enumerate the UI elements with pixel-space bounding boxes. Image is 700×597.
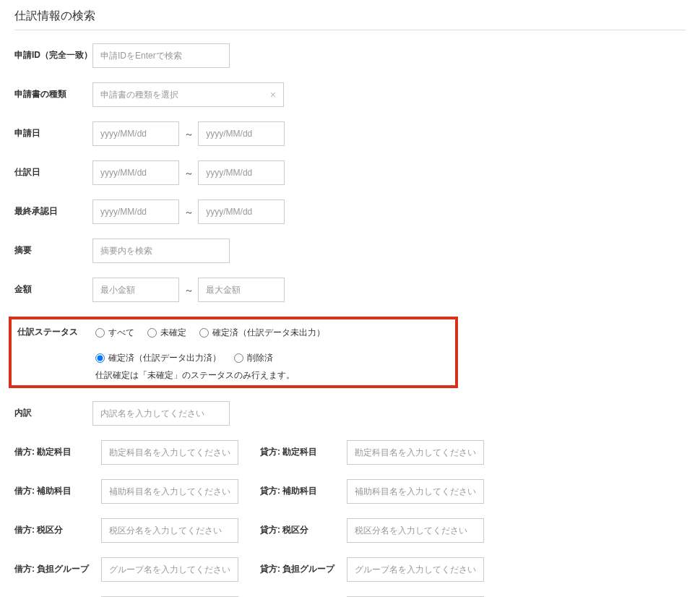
close-icon[interactable]: × (270, 89, 276, 100)
row-tax: 借方: 税区分 貸方: 税区分 (14, 518, 686, 543)
label-amount: 金額 (14, 278, 92, 296)
breakdown-input[interactable] (92, 401, 230, 426)
status-radio-deleted[interactable]: 削除済 (234, 352, 273, 364)
request-id-input[interactable] (92, 43, 230, 68)
request-type-placeholder: 申請書の種類を選択 (100, 89, 178, 101)
label-summary: 摘要 (14, 239, 92, 257)
debit-account-input[interactable] (101, 440, 238, 465)
status-radio-confirmed-exported-label: 確定済（仕訳データ出力済） (108, 352, 221, 364)
range-separator: ～ (184, 167, 194, 180)
row-subaccount: 借方: 補助科目 貸方: 補助科目 (14, 479, 686, 504)
final-approval-from-input[interactable] (92, 199, 179, 224)
label-credit-account: 貸方: 勘定科目 (260, 440, 347, 458)
debit-group-input[interactable] (101, 557, 238, 582)
amount-max-input[interactable] (198, 278, 285, 302)
request-type-select[interactable]: 申請書の種類を選択 × (92, 82, 284, 107)
journal-date-to-input[interactable] (198, 160, 285, 185)
status-radio-unconfirmed-input[interactable] (147, 328, 157, 338)
summary-input[interactable] (92, 239, 230, 263)
label-debit-subaccount: 借方: 補助科目 (14, 479, 101, 497)
label-final-approval-date: 最終承認日 (14, 199, 92, 218)
range-separator: ～ (184, 206, 194, 219)
final-approval-to-input[interactable] (198, 199, 285, 224)
range-separator: ～ (184, 284, 194, 297)
debit-subaccount-input[interactable] (101, 479, 238, 504)
credit-group-input[interactable] (347, 557, 484, 582)
status-radio-all-label: すべて (108, 327, 134, 339)
row-summary: 摘要 (14, 239, 686, 263)
label-credit-tax: 貸方: 税区分 (260, 518, 347, 536)
label-request-type: 申請書の種類 (14, 82, 92, 100)
status-radio-confirmed-exported-input[interactable] (95, 353, 105, 363)
row-account: 借方: 勘定科目 貸方: 勘定科目 (14, 440, 686, 465)
label-breakdown: 内訳 (14, 401, 92, 419)
journal-date-from-input[interactable] (92, 160, 179, 185)
status-radio-confirmed-not-exported-label: 確定済（仕訳データ未出力） (212, 327, 325, 339)
status-radio-all-input[interactable] (95, 328, 105, 338)
status-radio-confirmed-exported[interactable]: 確定済（仕訳データ出力済） (95, 352, 221, 364)
credit-tax-input[interactable] (347, 518, 484, 543)
row-group: 借方: 負担グループ 貸方: 負担グループ (14, 557, 686, 582)
credit-subaccount-input[interactable] (347, 479, 484, 504)
amount-min-input[interactable] (92, 278, 179, 302)
status-radio-unconfirmed[interactable]: 未確定 (147, 327, 186, 339)
label-debit-account: 借方: 勘定科目 (14, 440, 101, 458)
label-journal-date: 仕訳日 (14, 160, 92, 179)
status-radio-confirmed-not-exported[interactable]: 確定済（仕訳データ未出力） (199, 327, 325, 339)
row-journal-date: 仕訳日 ～ (14, 160, 686, 185)
credit-account-input[interactable] (347, 440, 484, 465)
status-highlight-box: 仕訳ステータス すべて 未確定 確定済（仕訳データ未出力） 確定済（仕訳データ出… (9, 317, 458, 388)
range-separator: ～ (184, 128, 194, 141)
row-breakdown: 内訳 (14, 401, 686, 426)
row-request-date: 申請日 ～ (14, 121, 686, 146)
label-status: 仕訳ステータス (17, 324, 95, 338)
label-credit-subaccount: 貸方: 補助科目 (260, 479, 347, 497)
request-date-to-input[interactable] (198, 121, 285, 146)
debit-tax-input[interactable] (101, 518, 238, 543)
page-title: 仕訳情報の検索 (14, 9, 686, 30)
label-request-date: 申請日 (14, 121, 92, 139)
status-radio-group: すべて 未確定 確定済（仕訳データ未出力） 確定済（仕訳データ出力済） 削除済 (95, 324, 449, 364)
request-date-from-input[interactable] (92, 121, 179, 146)
status-radio-all[interactable]: すべて (95, 327, 134, 339)
status-note: 仕訳確定は「未確定」のステータスのみ行えます。 (95, 370, 449, 381)
label-debit-group: 借方: 負担グループ (14, 557, 101, 575)
status-radio-deleted-input[interactable] (234, 353, 243, 363)
label-debit-tax: 借方: 税区分 (14, 518, 101, 536)
row-request-type: 申請書の種類 申請書の種類を選択 × (14, 82, 686, 107)
label-request-id: 申請ID（完全一致） (14, 43, 92, 61)
row-request-id: 申請ID（完全一致） (14, 43, 686, 68)
row-final-approval-date: 最終承認日 ～ (14, 199, 686, 224)
row-amount: 金額 ～ (14, 278, 686, 302)
label-credit-group: 貸方: 負担グループ (260, 557, 347, 575)
status-radio-confirmed-not-exported-input[interactable] (199, 328, 209, 338)
status-radio-unconfirmed-label: 未確定 (160, 327, 186, 339)
status-radio-deleted-label: 削除済 (247, 352, 273, 364)
